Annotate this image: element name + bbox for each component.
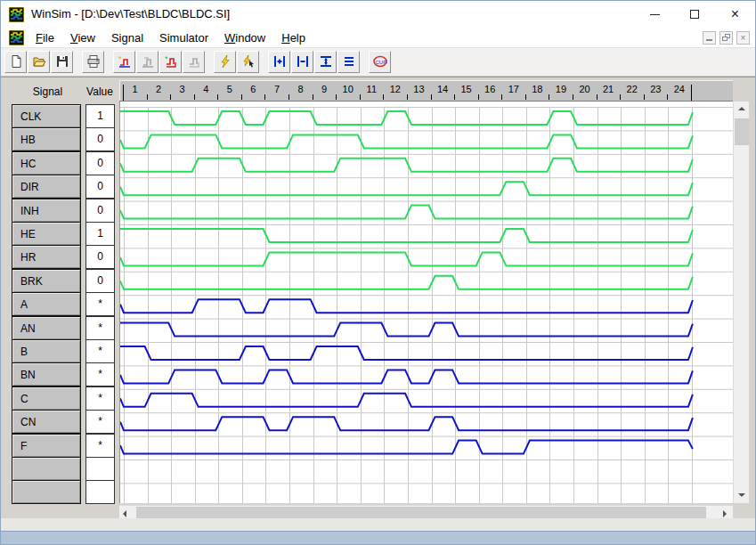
- signal-button-hc[interactable]: HC: [12, 151, 81, 175]
- value-cell-hr[interactable]: 0: [85, 245, 115, 269]
- timeline-ruler: 123456789101112131415161718192021222324: [119, 80, 733, 102]
- signal-button-empty[interactable]: [12, 457, 81, 481]
- menu-file[interactable]: File: [28, 28, 62, 48]
- ruler-tick: [549, 94, 549, 100]
- menu-window[interactable]: Window: [216, 28, 273, 48]
- ruler-tick: [454, 94, 455, 100]
- value-cell-bn[interactable]: *: [85, 362, 115, 386]
- ruler-label-24: 24: [667, 84, 691, 94]
- signal-button-c[interactable]: C: [12, 386, 81, 411]
- scroll-down-arrow[interactable]: [734, 487, 750, 503]
- ruler-label-7: 7: [264, 84, 289, 94]
- signal-button-inh[interactable]: INH: [12, 199, 81, 223]
- ruler-tick: [667, 94, 668, 100]
- signal-button-brk[interactable]: BRK: [12, 269, 81, 293]
- signal-button-bn[interactable]: BN: [12, 362, 81, 386]
- value-cell-brk[interactable]: 0: [85, 269, 115, 293]
- insert-signal-button[interactable]: *: [159, 51, 182, 73]
- signal-button-clk[interactable]: CLK: [12, 104, 81, 128]
- delete-signal-button[interactable]: [183, 51, 205, 73]
- ruler-label-1: 1: [123, 84, 147, 94]
- signal-button-empty[interactable]: [12, 480, 81, 504]
- value-cell-f[interactable]: *: [85, 434, 115, 458]
- ruler-label-6: 6: [241, 84, 265, 94]
- expand-time-button[interactable]: [268, 51, 290, 73]
- ruler-tick: [217, 94, 218, 100]
- ruler-tick: [170, 94, 171, 100]
- rows-icon: [342, 56, 356, 71]
- open-icon: [32, 56, 46, 71]
- signal-button-hr[interactable]: HR: [12, 245, 81, 269]
- value-cell-clk[interactable]: 1: [85, 104, 115, 128]
- signal-button-f[interactable]: F: [12, 434, 81, 458]
- value-cell-empty[interactable]: [85, 480, 115, 504]
- ruler-tick: [525, 94, 526, 100]
- signal-button-a[interactable]: A: [12, 292, 81, 316]
- ruler-tick: [501, 94, 502, 100]
- waveform-clk: [120, 111, 693, 125]
- add-signal-button[interactable]: *: [113, 51, 135, 73]
- run-simulation-button[interactable]: [214, 51, 236, 73]
- scroll-up-arrow[interactable]: [734, 102, 750, 118]
- menu-signal[interactable]: Signal: [103, 28, 151, 48]
- mdi-close-button[interactable]: ×: [736, 31, 750, 45]
- signal-button-b[interactable]: B: [12, 339, 81, 363]
- ruler-tick: [620, 94, 621, 100]
- waveform-an: [120, 323, 693, 337]
- minimize-button[interactable]: [635, 1, 675, 28]
- value-cell-empty[interactable]: [85, 457, 115, 481]
- signal-button-hb[interactable]: HB: [12, 127, 81, 151]
- shrink-time-button[interactable]: [291, 51, 313, 73]
- signal-button-cn[interactable]: CN: [12, 410, 81, 434]
- mdi-restore-button[interactable]: [719, 31, 733, 45]
- vertical-scroll-thumb[interactable]: [735, 118, 749, 145]
- value-cell-he[interactable]: 1: [85, 222, 115, 246]
- mdi-minimize-button[interactable]: [703, 31, 716, 45]
- value-cell-hc[interactable]: 0: [85, 151, 115, 175]
- value-cell-a[interactable]: *: [85, 292, 115, 316]
- value-cell-b[interactable]: *: [85, 339, 115, 363]
- print-button[interactable]: [82, 51, 104, 73]
- wave-add-icon: *: [118, 56, 132, 71]
- cupl-button[interactable]: CUPL: [369, 51, 391, 73]
- new-file-button[interactable]: [4, 51, 27, 73]
- ruler-tick: [264, 94, 265, 100]
- remove-signal-button[interactable]: [136, 51, 159, 73]
- signal-button-he[interactable]: HE: [12, 222, 81, 246]
- title-bar: WinSim - [D:\Dev\Test\BLDC\BLDC.SI] ×: [1, 1, 755, 28]
- ruler-label-17: 17: [501, 84, 525, 94]
- maximize-button[interactable]: [675, 1, 715, 28]
- step-simulation-button[interactable]: [237, 51, 259, 73]
- ruler-label-10: 10: [336, 84, 360, 94]
- signal-button-dir[interactable]: DIR: [12, 175, 81, 199]
- waveform-area[interactable]: [119, 102, 733, 503]
- value-cell-dir[interactable]: 0: [85, 175, 115, 199]
- menu-help[interactable]: Help: [273, 28, 313, 48]
- value-cell-cn[interactable]: *: [85, 410, 115, 434]
- ruler-tick: [360, 94, 361, 100]
- close-button[interactable]: ×: [715, 1, 755, 28]
- ruler-tick: [313, 94, 313, 100]
- ruler-tick: [644, 94, 645, 100]
- menu-view[interactable]: View: [62, 28, 103, 48]
- ruler-label-11: 11: [360, 84, 384, 94]
- vertical-fit-icon: [319, 56, 333, 71]
- status-bar: [1, 531, 756, 544]
- svg-text:CUPL: CUPL: [375, 60, 387, 65]
- signal-button-an[interactable]: AN: [12, 316, 81, 340]
- value-cell-c[interactable]: *: [85, 386, 115, 411]
- value-cell-hb[interactable]: 0: [85, 127, 115, 151]
- value-cell-inh[interactable]: 0: [85, 199, 115, 223]
- menu-simulator[interactable]: Simulator: [151, 28, 216, 48]
- save-file-button[interactable]: [51, 51, 73, 73]
- waveform-hb: [120, 134, 693, 148]
- ruler-tick: [431, 94, 432, 100]
- compress-rows-button[interactable]: [337, 51, 360, 73]
- expand-vertical-button[interactable]: [314, 51, 337, 73]
- wave-add2-icon: *: [164, 56, 178, 71]
- open-file-button[interactable]: [28, 51, 50, 73]
- waveform-f: [120, 441, 693, 454]
- waveform-he: [120, 229, 693, 242]
- vertical-scrollbar[interactable]: [733, 102, 749, 503]
- value-cell-an[interactable]: *: [85, 316, 115, 340]
